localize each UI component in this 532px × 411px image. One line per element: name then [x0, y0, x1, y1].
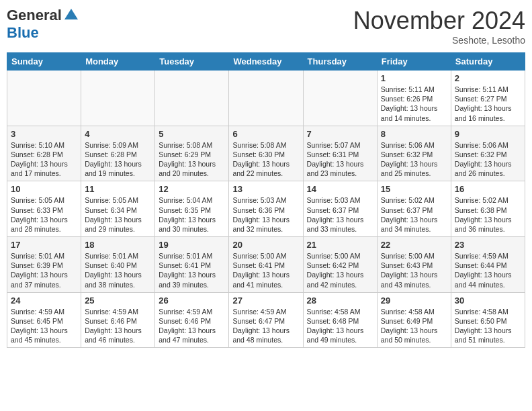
day-number: 11	[85, 184, 151, 194]
calendar-table: SundayMondayTuesdayWednesdayThursdayFrid…	[7, 52, 525, 348]
col-header-sunday: Sunday	[7, 53, 81, 71]
month-title: November 2024	[353, 7, 525, 35]
calendar-cell	[229, 71, 303, 126]
day-info: Sunrise: 5:03 AMSunset: 6:37 PMDaylight:…	[307, 195, 373, 234]
day-number: 13	[232, 184, 299, 194]
day-info: Sunrise: 5:09 AMSunset: 6:28 PMDaylight:…	[85, 140, 151, 179]
calendar-cell: 3Sunrise: 5:10 AMSunset: 6:28 PMDaylight…	[7, 126, 81, 181]
day-number: 19	[159, 240, 225, 250]
day-info: Sunrise: 5:02 AMSunset: 6:37 PMDaylight:…	[381, 195, 447, 234]
logo-blue-text: Blue	[7, 24, 39, 42]
calendar-cell: 4Sunrise: 5:09 AMSunset: 6:28 PMDaylight…	[81, 126, 155, 181]
logo-icon	[63, 7, 79, 24]
day-info: Sunrise: 5:01 AMSunset: 6:40 PMDaylight:…	[85, 251, 151, 289]
page-header: General Blue November 2024 Seshote, Leso…	[7, 7, 525, 46]
day-number: 22	[381, 240, 447, 250]
calendar-cell: 20Sunrise: 5:00 AMSunset: 6:41 PMDayligh…	[229, 237, 303, 293]
col-header-wednesday: Wednesday	[229, 53, 303, 71]
day-number: 5	[159, 129, 225, 139]
day-number: 30	[455, 295, 521, 306]
day-number: 20	[232, 240, 299, 250]
calendar-cell: 21Sunrise: 5:00 AMSunset: 6:42 PMDayligh…	[303, 237, 377, 293]
col-header-monday: Monday	[81, 53, 155, 71]
day-info: Sunrise: 4:58 AMSunset: 6:48 PMDaylight:…	[307, 307, 373, 345]
day-info: Sunrise: 5:00 AMSunset: 6:41 PMDaylight:…	[232, 251, 299, 289]
calendar-cell: 5Sunrise: 5:08 AMSunset: 6:29 PMDaylight…	[155, 126, 229, 181]
calendar-cell: 10Sunrise: 5:05 AMSunset: 6:33 PMDayligh…	[7, 181, 81, 237]
day-info: Sunrise: 5:11 AMSunset: 6:26 PMDaylight:…	[381, 85, 447, 123]
calendar-cell: 12Sunrise: 5:04 AMSunset: 6:35 PMDayligh…	[155, 181, 229, 237]
day-number: 16	[455, 184, 521, 194]
day-info: Sunrise: 5:07 AMSunset: 6:31 PMDaylight:…	[307, 140, 373, 179]
day-info: Sunrise: 5:05 AMSunset: 6:33 PMDaylight:…	[11, 195, 77, 234]
svg-marker-0	[64, 9, 78, 19]
calendar-cell: 30Sunrise: 4:58 AMSunset: 6:50 PMDayligh…	[451, 292, 525, 348]
calendar-week-row: 1Sunrise: 5:11 AMSunset: 6:26 PMDaylight…	[7, 71, 525, 126]
day-info: Sunrise: 5:03 AMSunset: 6:36 PMDaylight:…	[232, 195, 299, 234]
logo: General Blue	[7, 7, 79, 42]
calendar-cell	[7, 71, 81, 126]
calendar-cell: 23Sunrise: 4:59 AMSunset: 6:44 PMDayligh…	[451, 237, 525, 293]
calendar-cell: 24Sunrise: 4:59 AMSunset: 6:45 PMDayligh…	[7, 292, 81, 348]
calendar-cell: 14Sunrise: 5:03 AMSunset: 6:37 PMDayligh…	[303, 181, 377, 237]
day-info: Sunrise: 4:59 AMSunset: 6:45 PMDaylight:…	[11, 307, 77, 345]
day-number: 15	[381, 184, 447, 194]
day-number: 27	[232, 295, 299, 306]
location-text: Seshote, Lesotho	[353, 35, 525, 46]
day-info: Sunrise: 5:04 AMSunset: 6:35 PMDaylight:…	[159, 195, 225, 234]
calendar-cell: 22Sunrise: 5:00 AMSunset: 6:43 PMDayligh…	[377, 237, 451, 293]
col-header-tuesday: Tuesday	[155, 53, 229, 71]
day-info: Sunrise: 4:58 AMSunset: 6:50 PMDaylight:…	[455, 307, 521, 345]
day-info: Sunrise: 4:58 AMSunset: 6:49 PMDaylight:…	[381, 307, 447, 345]
day-number: 10	[11, 184, 77, 194]
day-info: Sunrise: 5:00 AMSunset: 6:42 PMDaylight:…	[307, 251, 373, 289]
day-number: 25	[85, 295, 151, 306]
day-number: 14	[307, 184, 373, 194]
day-number: 12	[159, 184, 225, 194]
day-number: 9	[455, 129, 521, 139]
col-header-friday: Friday	[377, 53, 451, 71]
day-number: 7	[307, 129, 373, 139]
day-info: Sunrise: 5:10 AMSunset: 6:28 PMDaylight:…	[11, 140, 77, 179]
day-info: Sunrise: 5:02 AMSunset: 6:38 PMDaylight:…	[455, 195, 521, 234]
calendar-cell: 8Sunrise: 5:06 AMSunset: 6:32 PMDaylight…	[377, 126, 451, 181]
calendar-cell: 9Sunrise: 5:06 AMSunset: 6:32 PMDaylight…	[451, 126, 525, 181]
day-number: 4	[85, 129, 151, 139]
calendar-cell	[81, 71, 155, 126]
day-number: 28	[307, 295, 373, 306]
calendar-cell: 16Sunrise: 5:02 AMSunset: 6:38 PMDayligh…	[451, 181, 525, 237]
day-number: 23	[455, 240, 521, 250]
calendar-cell: 6Sunrise: 5:08 AMSunset: 6:30 PMDaylight…	[229, 126, 303, 181]
calendar-cell: 27Sunrise: 4:59 AMSunset: 6:47 PMDayligh…	[229, 292, 303, 348]
calendar-week-row: 10Sunrise: 5:05 AMSunset: 6:33 PMDayligh…	[7, 181, 525, 237]
calendar-cell: 25Sunrise: 4:59 AMSunset: 6:46 PMDayligh…	[81, 292, 155, 348]
calendar-header-row: SundayMondayTuesdayWednesdayThursdayFrid…	[7, 53, 525, 71]
day-info: Sunrise: 5:08 AMSunset: 6:29 PMDaylight:…	[159, 140, 225, 179]
calendar-cell: 13Sunrise: 5:03 AMSunset: 6:36 PMDayligh…	[229, 181, 303, 237]
calendar-cell: 29Sunrise: 4:58 AMSunset: 6:49 PMDayligh…	[377, 292, 451, 348]
col-header-saturday: Saturday	[451, 53, 525, 71]
day-info: Sunrise: 4:59 AMSunset: 6:47 PMDaylight:…	[232, 307, 299, 345]
day-number: 8	[381, 129, 447, 139]
day-number: 18	[85, 240, 151, 250]
day-info: Sunrise: 5:06 AMSunset: 6:32 PMDaylight:…	[455, 140, 521, 179]
calendar-cell: 26Sunrise: 4:59 AMSunset: 6:46 PMDayligh…	[155, 292, 229, 348]
day-number: 26	[159, 295, 225, 306]
calendar-cell: 1Sunrise: 5:11 AMSunset: 6:26 PMDaylight…	[377, 71, 451, 126]
day-info: Sunrise: 5:11 AMSunset: 6:27 PMDaylight:…	[455, 85, 521, 123]
calendar-cell	[155, 71, 229, 126]
day-number: 3	[11, 129, 77, 139]
day-info: Sunrise: 5:08 AMSunset: 6:30 PMDaylight:…	[232, 140, 299, 179]
day-info: Sunrise: 4:59 AMSunset: 6:44 PMDaylight:…	[455, 251, 521, 289]
day-number: 24	[11, 295, 77, 306]
calendar-cell: 17Sunrise: 5:01 AMSunset: 6:39 PMDayligh…	[7, 237, 81, 293]
day-info: Sunrise: 5:01 AMSunset: 6:41 PMDaylight:…	[159, 251, 225, 289]
calendar-cell	[303, 71, 377, 126]
day-info: Sunrise: 4:59 AMSunset: 6:46 PMDaylight:…	[159, 307, 225, 345]
col-header-thursday: Thursday	[303, 53, 377, 71]
calendar-cell: 18Sunrise: 5:01 AMSunset: 6:40 PMDayligh…	[81, 237, 155, 293]
day-number: 1	[381, 73, 447, 83]
day-info: Sunrise: 4:59 AMSunset: 6:46 PMDaylight:…	[85, 307, 151, 345]
calendar-week-row: 24Sunrise: 4:59 AMSunset: 6:45 PMDayligh…	[7, 292, 525, 348]
day-number: 6	[232, 129, 299, 139]
